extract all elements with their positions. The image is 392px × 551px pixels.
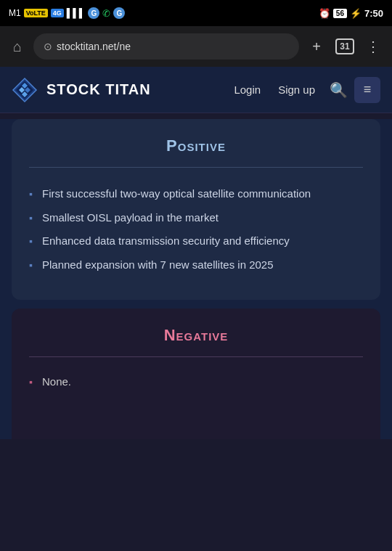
nav-links: Login Sign up 🔍 ≡: [226, 77, 380, 103]
home-button[interactable]: ⌂: [7, 38, 28, 55]
time-display: 7:50: [364, 8, 383, 19]
positive-list: First successful two-way optical satelli…: [29, 182, 363, 277]
url-security-icon: ⊙: [44, 41, 52, 52]
network-type: 4G: [51, 9, 64, 17]
alarm-icon: ⏰: [319, 8, 330, 19]
positive-section: Positive First successful two-way optica…: [12, 119, 380, 300]
g-icon-2: G: [113, 7, 125, 19]
list-item: First successful two-way optical satelli…: [29, 182, 363, 206]
negative-title: Negative: [29, 326, 363, 345]
url-bar[interactable]: ⊙ stocktitan.net/ne: [33, 33, 299, 60]
carrier-text: M1: [9, 8, 21, 18]
url-text: stocktitan.net/ne: [57, 41, 289, 52]
negative-divider: [29, 356, 363, 357]
tab-count-button[interactable]: 31: [335, 38, 354, 54]
browser-actions: + 31 ⋮: [305, 38, 385, 55]
positive-title: Positive: [29, 136, 363, 155]
main-content: Positive First successful two-way optica…: [0, 119, 392, 439]
new-tab-button[interactable]: +: [305, 38, 328, 55]
status-left: M1 VoLTE 4G ▌▌▌ G ✆ G: [9, 7, 125, 19]
whatsapp-icon: ✆: [102, 8, 110, 19]
hamburger-icon: ≡: [364, 82, 372, 97]
stocktitan-logo-icon: [12, 77, 38, 103]
list-item: Planned expansion with 7 new satellites …: [29, 253, 363, 277]
list-item: Enhanced data transmission security and …: [29, 229, 363, 253]
nav-bar: STOCK TITAN Login Sign up 🔍 ≡: [0, 67, 392, 113]
login-button[interactable]: Login: [226, 79, 268, 100]
none-text: None.: [29, 372, 363, 388]
volte-badge: VoLTE: [24, 9, 48, 17]
status-right: ⏰ 56 ⚡ 7:50: [319, 8, 383, 19]
negative-section: Negative None.: [12, 309, 380, 439]
signal-icon: ▌▌▌: [67, 8, 86, 18]
status-bar: M1 VoLTE 4G ▌▌▌ G ✆ G ⏰ 56 ⚡ 7:50: [0, 0, 392, 26]
more-options-button[interactable]: ⋮: [362, 38, 385, 55]
g-icon-1: G: [88, 7, 99, 19]
browser-bar: ⌂ ⊙ stocktitan.net/ne + 31 ⋮: [0, 26, 392, 67]
charging-icon: ⚡: [350, 8, 362, 19]
search-button[interactable]: 🔍: [325, 81, 351, 99]
positive-divider: [29, 167, 363, 168]
signup-button[interactable]: Sign up: [271, 79, 322, 100]
menu-button[interactable]: ≡: [354, 77, 380, 103]
logo-text: STOCK TITAN: [46, 81, 218, 98]
battery-level: 56: [333, 9, 347, 18]
list-item: Smallest OISL payload in the market: [29, 206, 363, 230]
